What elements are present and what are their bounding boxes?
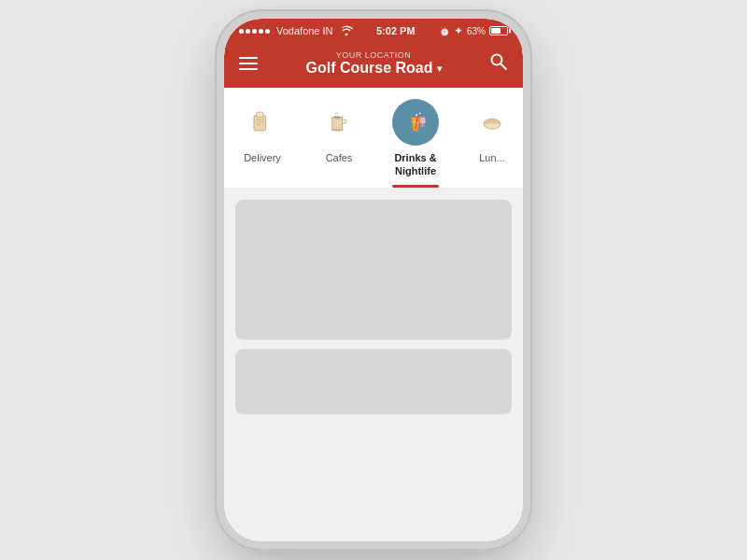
carrier-name: Vodafone IN	[276, 25, 333, 36]
lunch-icon-wrap	[469, 99, 515, 146]
svg-rect-2	[254, 116, 266, 131]
tab-drinks-nightlife[interactable]: ✦ ✦ Drinks &Nightlife	[377, 88, 454, 188]
battery-percent: 63%	[467, 26, 486, 36]
svg-rect-8	[331, 129, 344, 131]
status-right: ⏰ ✦ 63%	[439, 24, 508, 37]
your-location-label: YOUR LOCATION	[305, 50, 441, 60]
location-name: Golf Course Road ▾	[305, 60, 441, 77]
skeleton-card-1	[235, 200, 512, 340]
tab-cafes[interactable]: Cafes	[301, 88, 377, 188]
status-left: Vodafone IN	[239, 25, 353, 37]
phone-screen: Vodafone IN 5:02 PM ⏰ ✦ 63%	[224, 19, 523, 541]
svg-rect-3	[257, 112, 263, 117]
tab-drinks-label: Drinks &Nightlife	[394, 151, 436, 178]
phone-frame: Vodafone IN 5:02 PM ⏰ ✦ 63%	[224, 19, 523, 541]
status-bar: Vodafone IN 5:02 PM ⏰ ✦ 63%	[224, 19, 523, 43]
status-time: 5:02 PM	[376, 25, 416, 36]
signal-dots	[239, 29, 270, 34]
svg-line-1	[500, 63, 506, 69]
chevron-down-icon: ▾	[437, 63, 442, 74]
skeleton-card-2	[235, 349, 512, 414]
tab-lunch[interactable]: Lun...	[454, 88, 523, 188]
search-button[interactable]	[489, 52, 508, 75]
location-selector[interactable]: YOUR LOCATION Golf Course Road ▾	[305, 50, 441, 77]
tab-lunch-label: Lun...	[479, 151, 505, 164]
alarm-icon: ⏰	[439, 26, 450, 36]
battery-icon	[489, 26, 508, 35]
svg-text:✦: ✦	[418, 112, 422, 116]
app-header: YOUR LOCATION Golf Course Road ▾	[224, 43, 523, 88]
category-tabs: Delivery Cafes	[224, 88, 523, 189]
tab-delivery-label: Delivery	[244, 151, 281, 164]
wifi-icon	[340, 25, 353, 37]
menu-button[interactable]	[239, 57, 258, 70]
content-area	[224, 189, 523, 541]
cafes-icon-wrap	[316, 99, 362, 146]
tab-delivery[interactable]: Delivery	[224, 88, 301, 188]
bluetooth-icon: ✦	[454, 24, 463, 37]
delivery-icon-wrap	[239, 99, 286, 146]
tab-cafes-label: Cafes	[326, 151, 353, 164]
svg-point-7	[334, 116, 341, 119]
drinks-icon-wrap: ✦ ✦	[392, 99, 439, 146]
